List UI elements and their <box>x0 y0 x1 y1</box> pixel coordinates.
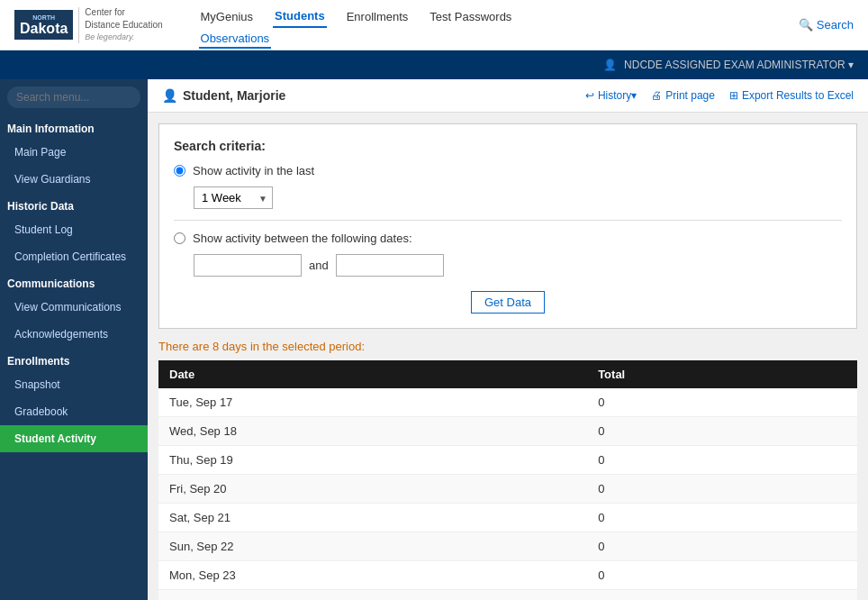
table-row: Sat, Sep 21 0 <box>158 504 857 532</box>
print-icon: 🖨 <box>651 89 662 102</box>
radio1-label: Show activity in the last <box>193 164 314 177</box>
date-range-row: and <box>174 254 842 277</box>
user-icon: 👤 <box>603 59 617 71</box>
student-header: 👤 Student, Marjorie ↩ History▾ 🖨 Print p… <box>148 79 868 113</box>
col-total: Total <box>587 360 857 388</box>
cell-date: Mon, Sep 23 <box>158 561 587 590</box>
cell-total: 0 <box>587 561 857 590</box>
table-row: Sun, Sep 22 0 <box>158 532 857 561</box>
radio-row-1: Show activity in the last <box>174 164 842 177</box>
search-label: Search <box>817 18 854 32</box>
cell-date: Wed, Sep 18 <box>158 417 587 446</box>
col-date: Date <box>158 360 587 388</box>
sidebar-section-main-info: Main Information <box>0 115 148 139</box>
period-select[interactable]: 1 Week 2 Weeks 1 Month 3 Months <box>194 186 273 209</box>
period-select-wrapper: 1 Week 2 Weeks 1 Month 3 Months <box>194 186 273 209</box>
student-name-text: Student, Marjorie <box>183 88 285 103</box>
nav-observations[interactable]: Observations <box>199 30 272 49</box>
radio-date-range[interactable] <box>174 232 185 244</box>
criteria-box: Search criteria: Show activity in the la… <box>158 123 857 329</box>
student-name: 👤 Student, Marjorie <box>162 88 285 103</box>
nav-bottom-row: Observations <box>199 32 272 45</box>
sidebar-section-enrollments: Enrollments <box>0 348 148 371</box>
logo-area: NORTH Dakota Center for Distance Educati… <box>14 6 163 43</box>
user-bar: 👤 NDCDE ASSIGNED EXAM ADMINISTRATOR ▾ <box>0 50 868 79</box>
cell-total: 0 <box>587 504 857 532</box>
logo-state: NORTH Dakota <box>14 10 73 40</box>
table-row: Mon, Sep 23 0 <box>158 561 857 590</box>
cell-total: 0 <box>587 532 857 561</box>
date-start-input[interactable] <box>194 254 302 277</box>
logo-org: Center for Distance Education Be legenda… <box>85 6 162 43</box>
sidebar-item-acknowledgements[interactable]: Acknowledgements <box>0 321 148 348</box>
nav-students[interactable]: Students <box>273 5 327 28</box>
nav-testpasswords[interactable]: Test Passwords <box>428 6 513 27</box>
cell-date: Sat, Sep 21 <box>158 504 587 532</box>
sidebar-item-gradebook[interactable]: Gradebook <box>0 398 148 425</box>
results-table: Date Total Tue, Sep 17 0 Wed, Sep 18 0 T… <box>158 360 857 600</box>
print-link[interactable]: 🖨 Print page <box>651 89 715 102</box>
cell-date: Tue, Sep 24 <box>158 590 587 601</box>
sidebar-item-view-comms[interactable]: View Communications <box>0 294 148 321</box>
cell-date: Sun, Sep 22 <box>158 532 587 561</box>
nav-enrollments[interactable]: Enrollments <box>345 6 411 27</box>
sidebar-item-student-activity[interactable]: Student Activity <box>0 425 148 452</box>
get-data-container: Get Data <box>174 291 842 314</box>
cell-total: 0 <box>587 475 857 504</box>
history-icon: ↩ <box>585 89 594 102</box>
cell-total: 0 <box>587 446 857 475</box>
export-link[interactable]: ⊞ Export Results to Excel <box>729 89 854 102</box>
sidebar-item-completion-certs[interactable]: Completion Certificates <box>0 243 148 270</box>
search-area[interactable]: 🔍 Search <box>799 18 854 32</box>
sidebar-section-historic-data: Historic Data <box>0 193 148 216</box>
date-and-label: and <box>309 259 329 272</box>
dropdown-row: 1 Week 2 Weeks 1 Month 3 Months <box>174 186 842 209</box>
content-area: Search criteria: Show activity in the la… <box>148 113 868 600</box>
top-nav: NORTH Dakota Center for Distance Educati… <box>0 0 868 50</box>
history-label: History▾ <box>598 89 637 102</box>
table-row: Wed, Sep 18 0 <box>158 417 857 446</box>
search-input[interactable] <box>7 86 140 108</box>
date-end-input[interactable] <box>336 254 444 277</box>
sidebar-item-student-log[interactable]: Student Log <box>0 216 148 243</box>
main-content: 👤 Student, Marjorie ↩ History▾ 🖨 Print p… <box>148 79 868 600</box>
main-nav: MyGenius Students Enrollments Test Passw… <box>163 5 799 45</box>
criteria-divider <box>174 220 842 221</box>
action-links: ↩ History▾ 🖨 Print page ⊞ Export Results… <box>585 89 854 102</box>
sidebar-item-snapshot[interactable]: Snapshot <box>0 371 148 398</box>
sidebar-item-view-guardians[interactable]: View Guardians <box>0 166 148 193</box>
nav-top-row: MyGenius Students Enrollments Test Passw… <box>199 5 514 28</box>
cell-date: Tue, Sep 17 <box>158 388 587 417</box>
cell-date: Thu, Sep 19 <box>158 446 587 475</box>
cell-total: 0 <box>587 417 857 446</box>
print-label: Print page <box>665 89 715 102</box>
history-link[interactable]: ↩ History▾ <box>585 89 637 102</box>
radio-last-period[interactable] <box>174 165 185 177</box>
results-info: There are 8 days in the selected period: <box>158 340 857 353</box>
table-header-row: Date Total <box>158 360 857 388</box>
export-label: Export Results to Excel <box>742 89 854 102</box>
cell-total: 0 <box>587 388 857 417</box>
table-row: Tue, Sep 24 0 <box>158 590 857 601</box>
cell-date: Fri, Sep 20 <box>158 475 587 504</box>
table-row: Thu, Sep 19 0 <box>158 446 857 475</box>
student-person-icon: 👤 <box>162 88 177 103</box>
nav-mygenius[interactable]: MyGenius <box>199 6 256 27</box>
layout: Main Information Main Page View Guardian… <box>0 79 868 600</box>
sidebar: Main Information Main Page View Guardian… <box>0 79 148 600</box>
sidebar-search-area <box>0 79 148 115</box>
radio2-label: Show activity between the following date… <box>193 232 412 245</box>
sidebar-item-main-page[interactable]: Main Page <box>0 139 148 166</box>
results-tbody: Tue, Sep 17 0 Wed, Sep 18 0 Thu, Sep 19 … <box>158 388 857 600</box>
results-section: There are 8 days in the selected period:… <box>158 340 857 600</box>
logo-divider <box>78 7 79 43</box>
table-row: Fri, Sep 20 0 <box>158 475 857 504</box>
user-label[interactable]: NDCDE ASSIGNED EXAM ADMINISTRATOR ▾ <box>624 59 854 71</box>
export-icon: ⊞ <box>729 89 738 102</box>
criteria-title: Search criteria: <box>174 139 842 153</box>
table-row: Tue, Sep 17 0 <box>158 388 857 417</box>
radio-row-2: Show activity between the following date… <box>174 232 842 245</box>
cell-total: 0 <box>587 590 857 601</box>
get-data-button[interactable]: Get Data <box>471 291 545 314</box>
search-icon: 🔍 <box>799 18 813 32</box>
